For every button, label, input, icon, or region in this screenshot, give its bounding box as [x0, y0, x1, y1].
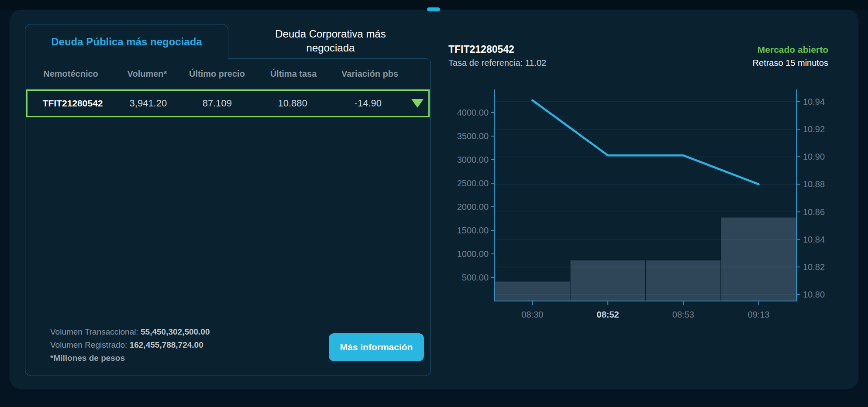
volumen-transaccional-line: Volumen Transaccional: 55,450,302,500.00: [50, 325, 210, 339]
reference-rate-line: Tasa de referencia: 11.02: [448, 58, 546, 68]
svg-text:10.80: 10.80: [803, 290, 825, 299]
svg-text:2000.00: 2000.00: [457, 202, 489, 212]
column-header-ultima-tasa: Última tasa: [256, 69, 331, 79]
chart-svg: 4000.003500.003000.002500.002000.001500.…: [441, 85, 843, 334]
svg-text:1000.00: 1000.00: [457, 249, 489, 259]
cell-nemotecnico: TFIT21280542: [28, 98, 118, 109]
svg-text:09:13: 09:13: [748, 310, 770, 319]
volumen-registrado-line: Volumen Registrado: 162,455,788,724.00: [50, 339, 210, 352]
svg-text:08:52: 08:52: [597, 310, 619, 319]
rate-line: [532, 100, 758, 185]
tab-deuda-corporativa-label: Deuda Corporativa más negociada: [256, 27, 405, 55]
svg-text:10.94: 10.94: [803, 97, 825, 106]
mas-informacion-label: Más información: [340, 342, 413, 352]
svg-text:4000.00: 4000.00: [457, 108, 489, 117]
svg-text:10.82: 10.82: [803, 262, 825, 272]
detail-title: TFIT21280542: [448, 44, 514, 55]
table-header-row: Nemotécnico Volumen* Último precio Últim…: [25, 58, 431, 89]
cell-ultima-tasa: 10.880: [256, 98, 329, 109]
volumen-registrado-value: 162,455,788,724.00: [130, 340, 203, 349]
cell-variacion-pbs: -14.90: [329, 98, 407, 109]
svg-text:3000.00: 3000.00: [457, 155, 489, 164]
market-dashboard: { "tabs": { "public": "Deuda Pública más…: [0, 0, 868, 407]
svg-text:10.84: 10.84: [803, 235, 825, 244]
column-header-variacion-pbs: Variación pbs: [331, 69, 409, 79]
svg-text:2500.00: 2500.00: [457, 178, 489, 188]
column-header-nemotecnico: Nemotécnico: [25, 69, 117, 79]
cell-volumen: 3,941.20: [118, 98, 178, 109]
volumen-transaccional-label: Volumen Transaccional:: [50, 327, 141, 336]
svg-text:10.88: 10.88: [803, 179, 825, 189]
reference-rate-label: Tasa de referencia:: [448, 58, 525, 68]
svg-text:500.00: 500.00: [462, 273, 489, 282]
svg-text:10.92: 10.92: [803, 124, 825, 134]
svg-text:10.86: 10.86: [803, 207, 825, 217]
market-status-badge: Mercado abierto: [758, 44, 828, 55]
tab-deuda-publica[interactable]: Deuda Pública más negociada: [25, 24, 228, 59]
svg-text:08:30: 08:30: [521, 310, 543, 319]
panel-collapse-handle-icon[interactable]: [427, 7, 440, 11]
svg-text:08:53: 08:53: [672, 310, 694, 319]
millones-note: *Millones de pesos: [50, 352, 210, 365]
reference-rate-value: 11.02: [525, 58, 547, 68]
volume-bars: [495, 217, 796, 301]
column-header-ultimo-precio: Último precio: [178, 69, 256, 79]
volumen-transaccional-value: 55,450,302,500.00: [141, 327, 210, 336]
svg-text:1500.00: 1500.00: [457, 226, 489, 235]
market-delay-text: Retraso 15 minutos: [753, 58, 828, 68]
variation-down-icon: [411, 99, 424, 108]
table-row-tfit21280542[interactable]: TFIT21280542 3,941.20 87.109 10.880 -14.…: [26, 89, 430, 117]
column-header-volumen: Volumen*: [117, 69, 178, 79]
tab-deuda-publica-label: Deuda Pública más negociada: [51, 36, 202, 48]
tab-deuda-corporativa[interactable]: Deuda Corporativa más negociada: [256, 25, 405, 57]
mas-informacion-button[interactable]: Más información: [329, 333, 424, 361]
cell-ultimo-precio: 87.109: [178, 98, 256, 109]
volumen-registrado-label: Volumen Registrado:: [50, 340, 130, 349]
svg-text:3500.00: 3500.00: [457, 131, 489, 141]
rate-volume-chart[interactable]: 4000.003500.003000.002500.002000.001500.…: [441, 85, 843, 334]
svg-text:10.90: 10.90: [803, 152, 825, 161]
volume-summary: Volumen Transaccional: 55,450,302,500.00…: [50, 325, 210, 365]
